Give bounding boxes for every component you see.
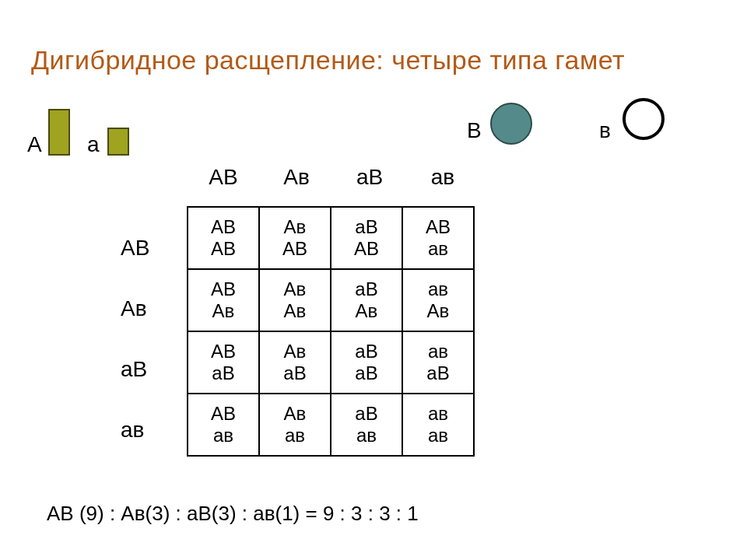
cell: аваВ: [402, 331, 474, 394]
cell: АваВ: [259, 331, 331, 394]
cell: АВАв: [188, 269, 259, 331]
cell: АВав: [402, 207, 474, 269]
cell: аВаВ: [331, 331, 402, 394]
punnett-square: АВАВ АвАВ аВАВ АВав АВАв АвАв аВАв авАв …: [187, 206, 475, 457]
row-header: ав: [121, 400, 149, 460]
cell: авав: [402, 394, 474, 456]
col-header: Ав: [260, 165, 333, 190]
cell: Авав: [259, 394, 331, 456]
allele-A-big-label: А: [27, 132, 42, 157]
table-row: АВАВ АвАВ аВАВ АВав: [188, 207, 474, 269]
allele-a-small-label: а: [87, 132, 100, 157]
allele-B-big-label: В: [467, 118, 482, 143]
circle-open-icon: [622, 98, 665, 140]
slide-title: Дигибридное расщепление: четыре типа гам…: [31, 45, 625, 75]
cell: АвАВ: [259, 207, 331, 269]
cell: авАв: [402, 269, 474, 331]
row-headers: АВ Ав аВ ав: [121, 218, 149, 460]
cell: АвАв: [259, 269, 331, 331]
bar-small-icon: [107, 128, 129, 156]
row-header: аВ: [121, 339, 149, 400]
col-header: АВ: [187, 165, 260, 190]
row-header: АВ: [121, 218, 149, 278]
cell: аВав: [331, 394, 402, 456]
cell: АВаВ: [188, 331, 259, 394]
column-headers: АВ Ав аВ ав: [187, 165, 479, 190]
cell: АВав: [188, 394, 259, 456]
cell: АВАВ: [188, 207, 259, 269]
allele-legend: А а В в: [0, 101, 747, 171]
table-row: АВав Авав аВав авав: [188, 394, 474, 456]
cell: аВАВ: [331, 207, 402, 269]
circle-filled-icon: [490, 103, 532, 145]
allele-b-small-label: в: [599, 118, 611, 143]
table-row: АВАв АвАв аВАв авАв: [188, 269, 474, 331]
col-header: ав: [406, 165, 479, 190]
col-header: аВ: [333, 165, 406, 190]
cell: аВАв: [331, 269, 402, 331]
table-row: АВаВ АваВ аВаВ аваВ: [188, 331, 474, 394]
row-header: Ав: [121, 278, 149, 339]
phenotype-ratio: АВ (9) : Ав(3) : аВ(3) : ав(1) = 9 : 3 :…: [47, 502, 419, 526]
bar-big-icon: [48, 109, 70, 156]
